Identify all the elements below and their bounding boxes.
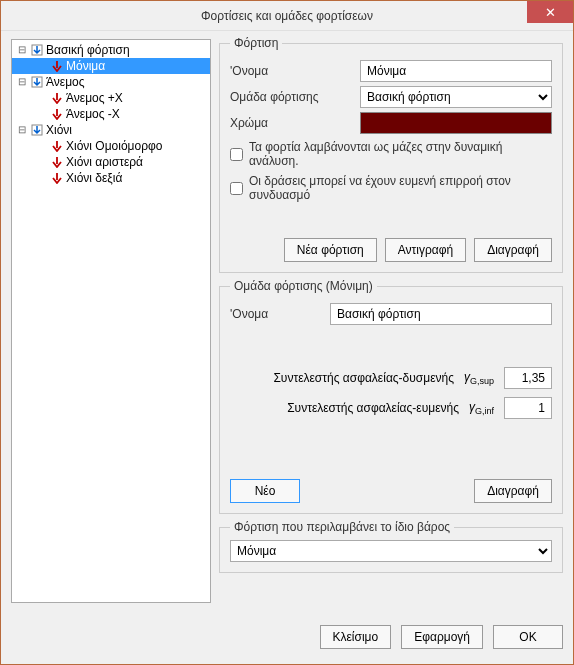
mass-checkbox-label: Τα φορτία λαμβάνονται ως μάζες στην δυνα…	[249, 140, 552, 168]
load-group-group: Ομάδα φόρτισης (Μόνιμη) 'Ονομα Συντελεστ…	[219, 279, 563, 514]
gamma-inf-symbol: γG,inf	[469, 400, 494, 416]
self-weight-legend: Φόρτιση που περιλαμβάνει το ίδιο βάρος	[230, 520, 454, 534]
title-bar: Φορτίσεις και ομάδες φορτίσεων ✕	[1, 1, 573, 31]
color-label: Χρώμα	[230, 116, 360, 130]
close-icon: ✕	[545, 5, 556, 20]
red-arrow-icon	[50, 59, 64, 73]
tree-node-snow-uniform[interactable]: Χιόνι Ομοιόμορφο	[12, 138, 210, 154]
favorable-coeff-label: Συντελεστής ασφαλείας-ευμενής	[287, 401, 459, 415]
color-swatch[interactable]	[360, 112, 552, 134]
expand-icon[interactable]: ⊟	[16, 122, 28, 138]
mass-checkbox-row[interactable]: Τα φορτία λαμβάνονται ως μάζες στην δυνα…	[230, 140, 552, 168]
close-dialog-button[interactable]: Κλείσιμο	[320, 625, 392, 649]
tree-label: Χιόνι αριστερά	[66, 154, 143, 170]
tree-node-snow-right[interactable]: Χιόνι δεξιά	[12, 170, 210, 186]
loading-group: Φόρτιση 'Ονομα Ομάδα φόρτισης Βασική φόρ…	[219, 36, 563, 273]
red-arrow-icon	[50, 139, 64, 153]
loading-name-input[interactable]	[360, 60, 552, 82]
tree-label: Άνεμος +Χ	[66, 90, 123, 106]
load-group-legend: Ομάδα φόρτισης (Μόνιμη)	[230, 279, 377, 293]
red-arrow-icon	[50, 107, 64, 121]
apply-button[interactable]: Εφαρμογή	[401, 625, 483, 649]
right-pane: Φόρτιση 'Ονομα Ομάδα φόρτισης Βασική φόρ…	[219, 36, 563, 604]
favorable-checkbox[interactable]	[230, 182, 243, 195]
gamma-sup-symbol: γG,sup	[464, 370, 494, 386]
red-arrow-icon	[50, 171, 64, 185]
new-group-button[interactable]: Νέο	[230, 479, 300, 503]
tree-node-wind[interactable]: ⊟ Άνεμος	[12, 74, 210, 90]
blue-arrow-icon	[30, 123, 44, 137]
tree-node-permanent[interactable]: Μόνιμα	[12, 58, 210, 74]
tree-node-wind-negx[interactable]: Άνεμος -Χ	[12, 106, 210, 122]
loading-group-select[interactable]: Βασική φόρτιση	[360, 86, 552, 108]
group-label: Ομάδα φόρτισης	[230, 90, 360, 104]
unfavorable-coeff-label: Συντελεστής ασφαλείας-δυσμενής	[273, 371, 454, 385]
self-weight-group: Φόρτιση που περιλαμβάνει το ίδιο βάρος Μ…	[219, 520, 563, 573]
delete-loading-button[interactable]: Διαγραφή	[474, 238, 552, 262]
tree-node-basic[interactable]: ⊟ Βασική φόρτιση	[12, 42, 210, 58]
name-label: 'Ονομα	[230, 64, 360, 78]
mass-checkbox[interactable]	[230, 148, 243, 161]
tree-label: Μόνιμα	[66, 58, 105, 74]
blue-arrow-icon	[30, 75, 44, 89]
close-button[interactable]: ✕	[527, 1, 573, 23]
tree-label: Άνεμος	[46, 74, 85, 90]
copy-loading-button[interactable]: Αντιγραφή	[385, 238, 466, 262]
favorable-checkbox-row[interactable]: Οι δράσεις μπορεί να έχουν ευμενή επιρρο…	[230, 174, 552, 202]
tree-label: Χιόνι Ομοιόμορφο	[66, 138, 162, 154]
tree-node-wind-x[interactable]: Άνεμος +Χ	[12, 90, 210, 106]
tree-node-snow-left[interactable]: Χιόνι αριστερά	[12, 154, 210, 170]
window-title: Φορτίσεις και ομάδες φορτίσεων	[201, 9, 373, 23]
expand-icon[interactable]: ⊟	[16, 42, 28, 58]
tree-label: Χιόνι δεξιά	[66, 170, 122, 186]
blue-arrow-icon	[30, 43, 44, 57]
dialog-window: Φορτίσεις και ομάδες φορτίσεων ✕ ⊟ Βασικ…	[0, 0, 574, 665]
tree-node-snow[interactable]: ⊟ Χιόνι	[12, 122, 210, 138]
bottom-bar: Κλείσιμο Εφαρμογή OK	[11, 620, 563, 654]
tree-label: Χιόνι	[46, 122, 72, 138]
group-name-input[interactable]	[330, 303, 552, 325]
new-loading-button[interactable]: Νέα φόρτιση	[284, 238, 377, 262]
dialog-body: ⊟ Βασική φόρτιση Μόνιμα ⊟ Άνεμος	[1, 31, 573, 664]
self-weight-select[interactable]: Μόνιμα	[230, 540, 552, 562]
red-arrow-icon	[50, 91, 64, 105]
favorable-checkbox-label: Οι δράσεις μπορεί να έχουν ευμενή επιρρο…	[249, 174, 552, 202]
favorable-coeff-input[interactable]	[504, 397, 552, 419]
loading-legend: Φόρτιση	[230, 36, 282, 50]
expand-icon[interactable]: ⊟	[16, 74, 28, 90]
group-name-label: 'Ονομα	[230, 307, 330, 321]
load-tree[interactable]: ⊟ Βασική φόρτιση Μόνιμα ⊟ Άνεμος	[11, 39, 211, 603]
tree-label: Βασική φόρτιση	[46, 42, 130, 58]
tree-label: Άνεμος -Χ	[66, 106, 120, 122]
red-arrow-icon	[50, 155, 64, 169]
ok-button[interactable]: OK	[493, 625, 563, 649]
delete-group-button[interactable]: Διαγραφή	[474, 479, 552, 503]
unfavorable-coeff-input[interactable]	[504, 367, 552, 389]
